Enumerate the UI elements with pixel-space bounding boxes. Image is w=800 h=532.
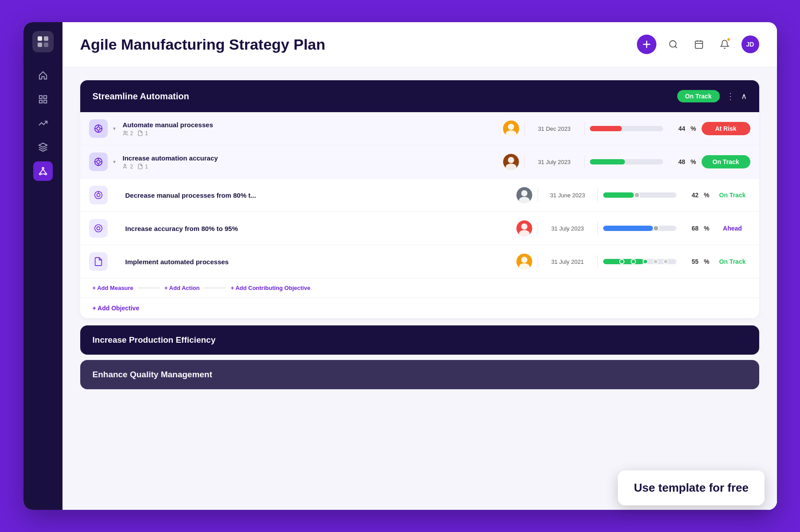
progress-area-2: 48 % — [590, 158, 696, 165]
action-row: + Add Measure + Add Action + Add Contrib… — [80, 278, 759, 297]
progress-pct-3: 42 — [682, 192, 699, 199]
svg-rect-3 — [44, 43, 48, 47]
svg-point-47 — [521, 190, 527, 196]
svg-marker-8 — [39, 143, 47, 147]
table-row: Implement automated processes 31 July 20… — [80, 245, 759, 278]
section-title-quality: Enhance Quality Management — [93, 370, 212, 379]
svg-point-9 — [42, 168, 44, 169]
section-streamline-automation: Streamline Automation On Track ⋮ ∧ — [80, 80, 759, 318]
progress-pct-5: 55 — [682, 258, 699, 265]
svg-point-49 — [94, 225, 102, 232]
add-action-link[interactable]: + Add Action — [164, 285, 200, 291]
obj-icon-wrap-2 — [89, 153, 108, 171]
svg-rect-0 — [38, 36, 42, 41]
separator-2b — [584, 155, 585, 168]
docs-chip-1: 1 — [137, 130, 148, 137]
status-badge-5: On Track — [715, 258, 750, 265]
multi-dot-1 — [619, 259, 624, 264]
chevron-down-icon-2[interactable]: ▾ — [113, 159, 116, 165]
status-badge-2: On Track — [702, 155, 750, 168]
svg-rect-2 — [38, 43, 42, 47]
obj-name-1: Automate manual processes — [123, 121, 498, 129]
obj-info-2: Increase automation accuracy 2 1 — [123, 154, 498, 170]
avatar-4 — [516, 220, 532, 236]
sidebar-logo — [32, 31, 54, 52]
separator-2 — [524, 155, 525, 168]
progress-pct-2: 48 — [668, 158, 685, 165]
obj-icon-wrap-1 — [89, 119, 108, 138]
action-divider-2 — [204, 288, 226, 288]
svg-point-52 — [521, 223, 527, 230]
sidebar-item-grid[interactable] — [33, 90, 53, 109]
add-objective-button[interactable]: + Add Objective — [93, 305, 140, 312]
obj-icon-wrap-4 — [89, 219, 108, 238]
page-title: Agile Manufacturing Strategy Plan — [80, 36, 326, 53]
sidebar-item-home[interactable] — [33, 66, 53, 85]
add-measure-link[interactable]: + Add Measure — [93, 285, 133, 291]
user-avatar[interactable]: JD — [741, 35, 759, 53]
sidebar-item-network[interactable] — [33, 161, 53, 181]
progress-pct-1: 44 — [668, 125, 685, 132]
content-area: Streamline Automation On Track ⋮ ∧ — [62, 67, 777, 510]
progress-pct-4: 68 — [682, 225, 699, 232]
progress-bar-3 — [603, 192, 677, 198]
separator-3 — [538, 188, 538, 202]
progress-fill-1 — [590, 126, 622, 131]
add-contributing-link[interactable]: + Add Contributing Objective — [230, 285, 310, 291]
separator-5 — [538, 255, 538, 268]
separator-3b — [597, 188, 598, 202]
progress-bar-1 — [590, 126, 663, 131]
use-template-button[interactable]: Use template for free — [618, 470, 765, 505]
svg-rect-1 — [44, 36, 48, 41]
obj-info-1: Automate manual processes 2 1 — [123, 121, 498, 137]
notification-button[interactable] — [716, 35, 734, 53]
section-status-badge: On Track — [677, 90, 720, 102]
svg-point-11 — [45, 173, 47, 175]
add-objective-row: + Add Objective — [80, 297, 759, 318]
calendar-button[interactable] — [690, 35, 708, 53]
members-chip-1: 2 — [123, 130, 133, 137]
obj-name-5: Implement automated processes — [125, 258, 511, 266]
svg-point-31 — [508, 124, 514, 130]
svg-rect-6 — [39, 100, 42, 103]
svg-rect-5 — [43, 96, 46, 98]
avatar-5 — [516, 254, 532, 270]
add-button[interactable] — [637, 35, 656, 54]
sidebar-item-trend[interactable] — [33, 113, 53, 133]
main-content: Agile Manufacturing Strategy Plan — [62, 22, 777, 510]
progress-area-4: 68 % — [603, 225, 710, 232]
obj-name-3: Decrease manual processes from 80% t... — [125, 192, 511, 199]
table-row: ▾ Automate manual processes 2 1 — [80, 112, 759, 145]
progress-dot-3 — [634, 192, 640, 198]
obj-name-4: Increase accuracy from 80% to 95% — [125, 225, 511, 232]
obj-name-2: Increase automation accuracy — [123, 154, 498, 162]
notification-badge — [726, 37, 731, 42]
obj-icon-wrap-3 — [89, 186, 108, 204]
progress-dot-4 — [653, 225, 659, 231]
docs-chip-2: 1 — [137, 164, 148, 170]
section-menu-icon[interactable]: ⋮ — [726, 91, 735, 102]
progress-fill-2 — [590, 159, 625, 164]
chevron-down-icon-1[interactable]: ▾ — [113, 125, 116, 132]
svg-point-24 — [97, 127, 100, 130]
svg-point-17 — [669, 41, 676, 47]
svg-rect-4 — [39, 96, 42, 98]
obj-info-3: Decrease manual processes from 80% t... — [125, 192, 511, 199]
multi-dot-5 — [663, 259, 668, 264]
section-production: Increase Production Efficiency — [80, 325, 759, 355]
section-quality: Enhance Quality Management — [80, 360, 759, 389]
table-row: Increase accuracy from 80% to 95% 31 Jul… — [80, 212, 759, 245]
multi-dot-2 — [631, 259, 636, 264]
multi-dot-4 — [653, 259, 658, 264]
status-badge-1: At Risk — [702, 122, 750, 135]
obj-info-5: Implement automated processes — [125, 258, 511, 266]
obj-date-1: 31 Dec 2023 — [530, 125, 579, 132]
svg-point-34 — [97, 160, 100, 163]
svg-line-18 — [675, 46, 677, 48]
svg-line-13 — [43, 169, 46, 173]
section-header-production: Increase Production Efficiency — [80, 325, 759, 355]
header: Agile Manufacturing Strategy Plan — [62, 22, 777, 67]
search-button[interactable] — [664, 35, 682, 53]
section-collapse-icon[interactable]: ∧ — [741, 91, 747, 101]
sidebar-item-layers[interactable] — [33, 137, 53, 157]
